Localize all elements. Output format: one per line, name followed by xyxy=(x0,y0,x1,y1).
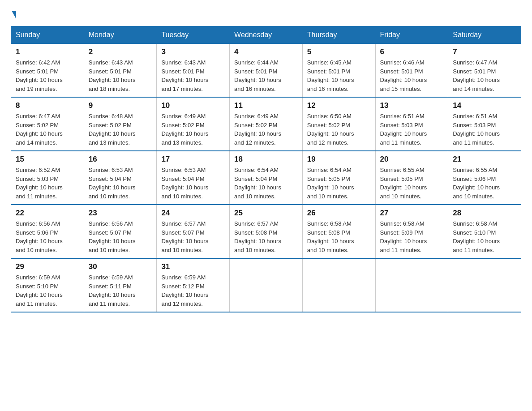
day-info: Sunrise: 6:59 AMSunset: 5:10 PMDaylight:… xyxy=(16,273,79,308)
day-info: Sunrise: 6:47 AMSunset: 5:01 PMDaylight:… xyxy=(453,58,516,93)
calendar-cell: 18Sunrise: 6:54 AMSunset: 5:04 PMDayligh… xyxy=(230,151,303,205)
day-info: Sunrise: 6:45 AMSunset: 5:01 PMDaylight:… xyxy=(307,58,371,93)
day-info: Sunrise: 6:55 AMSunset: 5:06 PMDaylight:… xyxy=(453,166,516,201)
day-info: Sunrise: 6:54 AMSunset: 5:04 PMDaylight:… xyxy=(234,166,298,201)
day-number: 31 xyxy=(161,262,225,271)
day-number: 30 xyxy=(89,262,152,271)
calendar-cell xyxy=(448,258,521,312)
calendar-cell: 5Sunrise: 6:45 AMSunset: 5:01 PMDaylight… xyxy=(302,44,375,98)
column-header-thursday: Thursday xyxy=(302,26,375,44)
day-info: Sunrise: 6:49 AMSunset: 5:02 PMDaylight:… xyxy=(234,112,298,147)
calendar-cell: 25Sunrise: 6:57 AMSunset: 5:08 PMDayligh… xyxy=(230,205,303,258)
calendar-cell: 13Sunrise: 6:51 AMSunset: 5:03 PMDayligh… xyxy=(375,97,448,151)
day-info: Sunrise: 6:58 AMSunset: 5:09 PMDaylight:… xyxy=(380,219,444,254)
day-info: Sunrise: 6:43 AMSunset: 5:01 PMDaylight:… xyxy=(89,58,152,93)
calendar-cell: 3Sunrise: 6:43 AMSunset: 5:01 PMDaylight… xyxy=(157,44,230,98)
day-number: 1 xyxy=(16,47,79,56)
day-info: Sunrise: 6:58 AMSunset: 5:08 PMDaylight:… xyxy=(307,219,371,254)
day-info: Sunrise: 6:50 AMSunset: 5:02 PMDaylight:… xyxy=(307,112,371,147)
calendar-cell xyxy=(230,258,303,312)
day-info: Sunrise: 6:51 AMSunset: 5:03 PMDaylight:… xyxy=(453,112,516,147)
day-info: Sunrise: 6:52 AMSunset: 5:03 PMDaylight:… xyxy=(16,166,79,201)
week-row-3: 15Sunrise: 6:52 AMSunset: 5:03 PMDayligh… xyxy=(11,151,521,205)
day-number: 6 xyxy=(380,47,444,56)
day-info: Sunrise: 6:53 AMSunset: 5:04 PMDaylight:… xyxy=(89,166,152,201)
calendar-cell: 30Sunrise: 6:59 AMSunset: 5:11 PMDayligh… xyxy=(84,258,157,312)
day-info: Sunrise: 6:59 AMSunset: 5:11 PMDaylight:… xyxy=(89,273,152,308)
day-number: 9 xyxy=(89,101,152,110)
calendar-cell: 7Sunrise: 6:47 AMSunset: 5:01 PMDaylight… xyxy=(448,44,521,98)
day-number: 4 xyxy=(234,47,298,56)
calendar-cell: 9Sunrise: 6:48 AMSunset: 5:02 PMDaylight… xyxy=(84,97,157,151)
week-row-4: 22Sunrise: 6:56 AMSunset: 5:06 PMDayligh… xyxy=(11,205,521,258)
day-number: 15 xyxy=(16,155,79,164)
day-info: Sunrise: 6:57 AMSunset: 5:07 PMDaylight:… xyxy=(161,219,225,254)
day-info: Sunrise: 6:49 AMSunset: 5:02 PMDaylight:… xyxy=(161,112,225,147)
calendar-cell: 10Sunrise: 6:49 AMSunset: 5:02 PMDayligh… xyxy=(157,97,230,151)
day-number: 12 xyxy=(307,101,371,110)
calendar-cell: 17Sunrise: 6:53 AMSunset: 5:04 PMDayligh… xyxy=(157,151,230,205)
day-info: Sunrise: 6:57 AMSunset: 5:08 PMDaylight:… xyxy=(234,219,298,254)
calendar-cell: 27Sunrise: 6:58 AMSunset: 5:09 PMDayligh… xyxy=(375,205,448,258)
day-number: 5 xyxy=(307,47,371,56)
day-number: 19 xyxy=(307,155,371,164)
calendar-cell: 23Sunrise: 6:56 AMSunset: 5:07 PMDayligh… xyxy=(84,205,157,258)
day-info: Sunrise: 6:54 AMSunset: 5:05 PMDaylight:… xyxy=(307,166,371,201)
day-number: 24 xyxy=(161,209,225,218)
day-number: 25 xyxy=(234,209,298,218)
day-info: Sunrise: 6:53 AMSunset: 5:04 PMDaylight:… xyxy=(161,166,225,201)
calendar-cell: 11Sunrise: 6:49 AMSunset: 5:02 PMDayligh… xyxy=(230,97,303,151)
day-number: 13 xyxy=(380,101,444,110)
day-info: Sunrise: 6:48 AMSunset: 5:02 PMDaylight:… xyxy=(89,112,152,147)
day-info: Sunrise: 6:56 AMSunset: 5:07 PMDaylight:… xyxy=(89,219,152,254)
calendar-cell: 22Sunrise: 6:56 AMSunset: 5:06 PMDayligh… xyxy=(11,205,84,258)
day-number: 21 xyxy=(453,155,516,164)
calendar-cell: 21Sunrise: 6:55 AMSunset: 5:06 PMDayligh… xyxy=(448,151,521,205)
day-number: 27 xyxy=(380,209,444,218)
calendar-cell: 31Sunrise: 6:59 AMSunset: 5:12 PMDayligh… xyxy=(157,258,230,312)
week-row-5: 29Sunrise: 6:59 AMSunset: 5:10 PMDayligh… xyxy=(11,258,521,312)
day-info: Sunrise: 6:43 AMSunset: 5:01 PMDaylight:… xyxy=(161,58,225,93)
calendar-cell: 8Sunrise: 6:47 AMSunset: 5:02 PMDaylight… xyxy=(11,97,84,151)
day-info: Sunrise: 6:51 AMSunset: 5:03 PMDaylight:… xyxy=(380,112,444,147)
calendar-cell: 15Sunrise: 6:52 AMSunset: 5:03 PMDayligh… xyxy=(11,151,84,205)
column-header-friday: Friday xyxy=(375,26,448,44)
week-row-2: 8Sunrise: 6:47 AMSunset: 5:02 PMDaylight… xyxy=(11,97,521,151)
day-info: Sunrise: 6:58 AMSunset: 5:10 PMDaylight:… xyxy=(453,219,516,254)
day-number: 10 xyxy=(161,101,225,110)
calendar-cell: 16Sunrise: 6:53 AMSunset: 5:04 PMDayligh… xyxy=(84,151,157,205)
logo-arrow-icon xyxy=(12,11,16,19)
column-header-monday: Monday xyxy=(84,26,157,44)
day-number: 14 xyxy=(453,101,516,110)
calendar-cell: 12Sunrise: 6:50 AMSunset: 5:02 PMDayligh… xyxy=(302,97,375,151)
column-header-saturday: Saturday xyxy=(448,26,521,44)
day-number: 2 xyxy=(89,47,152,56)
day-number: 17 xyxy=(161,155,225,164)
day-info: Sunrise: 6:46 AMSunset: 5:01 PMDaylight:… xyxy=(380,58,444,93)
calendar-cell: 1Sunrise: 6:42 AMSunset: 5:01 PMDaylight… xyxy=(11,44,84,98)
calendar-cell: 6Sunrise: 6:46 AMSunset: 5:01 PMDaylight… xyxy=(375,44,448,98)
calendar-cell xyxy=(375,258,448,312)
day-number: 20 xyxy=(380,155,444,164)
day-number: 26 xyxy=(307,209,371,218)
calendar-cell: 19Sunrise: 6:54 AMSunset: 5:05 PMDayligh… xyxy=(302,151,375,205)
day-info: Sunrise: 6:42 AMSunset: 5:01 PMDaylight:… xyxy=(16,58,79,93)
calendar-header-row: SundayMondayTuesdayWednesdayThursdayFrid… xyxy=(11,26,521,44)
page-header xyxy=(11,11,521,19)
day-info: Sunrise: 6:55 AMSunset: 5:05 PMDaylight:… xyxy=(380,166,444,201)
calendar-cell: 14Sunrise: 6:51 AMSunset: 5:03 PMDayligh… xyxy=(448,97,521,151)
calendar-cell: 2Sunrise: 6:43 AMSunset: 5:01 PMDaylight… xyxy=(84,44,157,98)
day-number: 7 xyxy=(453,47,516,56)
week-row-1: 1Sunrise: 6:42 AMSunset: 5:01 PMDaylight… xyxy=(11,44,521,98)
day-number: 8 xyxy=(16,101,79,110)
column-header-sunday: Sunday xyxy=(11,26,84,44)
calendar-cell: 29Sunrise: 6:59 AMSunset: 5:10 PMDayligh… xyxy=(11,258,84,312)
calendar-cell xyxy=(302,258,375,312)
day-info: Sunrise: 6:59 AMSunset: 5:12 PMDaylight:… xyxy=(161,273,225,308)
column-header-tuesday: Tuesday xyxy=(157,26,230,44)
calendar-cell: 24Sunrise: 6:57 AMSunset: 5:07 PMDayligh… xyxy=(157,205,230,258)
day-number: 22 xyxy=(16,209,79,218)
day-info: Sunrise: 6:56 AMSunset: 5:06 PMDaylight:… xyxy=(16,219,79,254)
day-info: Sunrise: 6:44 AMSunset: 5:01 PMDaylight:… xyxy=(234,58,298,93)
calendar-table: SundayMondayTuesdayWednesdayThursdayFrid… xyxy=(11,26,521,313)
